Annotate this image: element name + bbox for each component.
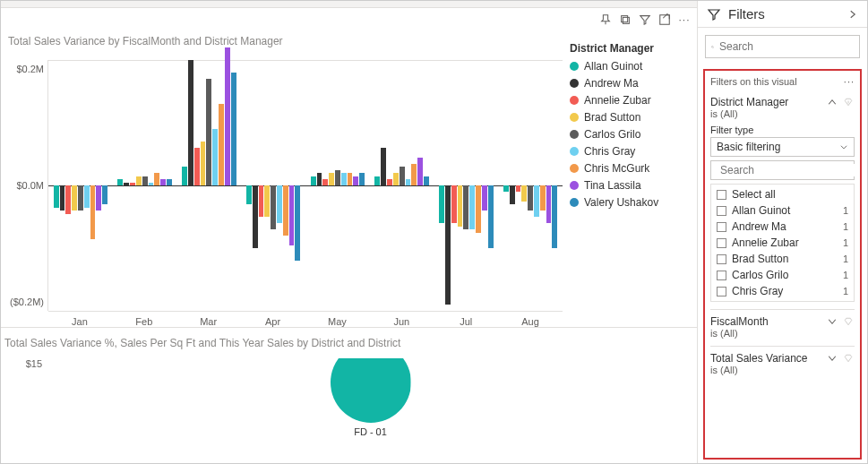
more-options-icon[interactable]: ··· — [677, 13, 692, 27]
legend-item[interactable]: Annelie Zubar — [570, 94, 684, 107]
bar[interactable] — [439, 60, 444, 311]
bar[interactable] — [534, 60, 539, 311]
bar[interactable] — [90, 60, 96, 311]
bar[interactable] — [458, 60, 463, 311]
bar[interactable] — [194, 60, 200, 311]
bar[interactable] — [231, 60, 236, 311]
bar[interactable] — [212, 60, 218, 311]
bar[interactable] — [124, 60, 129, 311]
filter-option[interactable]: Chris Gray1 — [711, 283, 854, 299]
bar[interactable] — [54, 60, 59, 311]
bar[interactable] — [552, 60, 557, 311]
bar[interactable] — [329, 60, 334, 311]
bar[interactable] — [521, 60, 527, 311]
bar[interactable] — [451, 60, 457, 311]
bar[interactable] — [463, 60, 468, 311]
bar[interactable] — [400, 60, 405, 311]
bar[interactable] — [546, 60, 552, 311]
section-more-icon[interactable]: ··· — [844, 76, 855, 87]
bar[interactable] — [188, 60, 193, 311]
legend-item[interactable]: Valery Ushakov — [570, 196, 684, 209]
bar[interactable] — [540, 60, 546, 311]
filters-search-box[interactable] — [705, 35, 860, 58]
bar[interactable] — [60, 60, 65, 311]
filter-type-dropdown[interactable]: Basic filtering — [710, 137, 855, 157]
bar[interactable] — [246, 60, 252, 311]
legend-item[interactable]: Brad Sutton — [570, 111, 684, 124]
focus-mode-icon[interactable] — [657, 13, 672, 27]
filter-options-list[interactable]: Select allAllan Guinot1Andrew Ma1Annelie… — [710, 184, 855, 302]
bar[interactable] — [264, 60, 270, 311]
bar[interactable] — [72, 60, 77, 311]
bar[interactable] — [516, 60, 521, 311]
legend-item[interactable]: Carlos Grilo — [570, 128, 684, 141]
bar[interactable] — [341, 60, 347, 311]
copy-icon[interactable] — [618, 13, 632, 27]
bar[interactable] — [406, 60, 411, 311]
collapse-pane-icon[interactable] — [847, 9, 858, 20]
bar[interactable] — [136, 60, 142, 311]
bar[interactable] — [424, 60, 429, 311]
bar[interactable] — [167, 60, 172, 311]
bar[interactable] — [353, 60, 358, 311]
clear-filter-icon[interactable] — [842, 96, 855, 108]
bar[interactable] — [289, 60, 295, 311]
checkbox[interactable] — [717, 271, 726, 280]
bar[interactable] — [469, 60, 475, 311]
checkbox[interactable] — [717, 238, 726, 248]
bar[interactable] — [149, 60, 154, 311]
bar[interactable] — [411, 60, 417, 311]
bar[interactable] — [259, 60, 264, 311]
bar[interactable] — [393, 60, 399, 311]
bar[interactable] — [348, 60, 353, 311]
filter-option[interactable]: Allan Guinot1 — [711, 202, 854, 219]
filter-option[interactable]: Select all — [711, 186, 854, 202]
pin-icon[interactable] — [598, 13, 613, 27]
bar[interactable] — [488, 60, 494, 311]
bar[interactable] — [160, 60, 166, 311]
bar[interactable] — [65, 60, 71, 311]
checkbox[interactable] — [717, 206, 726, 216]
filter-values-search-box[interactable] — [710, 160, 855, 180]
bar[interactable] — [476, 60, 481, 311]
bar[interactable] — [225, 60, 230, 311]
legend-item[interactable]: Andrew Ma — [570, 77, 684, 90]
bar[interactable] — [102, 60, 107, 311]
bar[interactable] — [295, 60, 300, 311]
second-visual[interactable]: Total Sales Variance %, Sales Per Sq Ft … — [1, 327, 697, 463]
bar[interactable] — [201, 60, 206, 311]
bar[interactable] — [311, 60, 316, 311]
checkbox[interactable] — [717, 287, 726, 296]
clear-filter-icon[interactable] — [842, 352, 855, 365]
filter-option[interactable]: Brad Sutton1 — [711, 251, 854, 267]
legend-item[interactable]: Chris Gray — [570, 145, 684, 158]
filter-option[interactable]: Andrew Ma1 — [711, 219, 854, 235]
bar[interactable] — [387, 60, 392, 311]
filter-icon[interactable] — [638, 13, 652, 27]
legend-item[interactable]: Chris McGurk — [570, 162, 684, 175]
checkbox[interactable] — [717, 222, 726, 232]
filter-values-search-input[interactable] — [720, 164, 855, 176]
filter-option[interactable]: Carlos Grilo1 — [711, 267, 854, 283]
bar[interactable] — [374, 60, 380, 311]
bar[interactable] — [154, 60, 159, 311]
filters-search-input[interactable] — [719, 40, 854, 53]
bar[interactable] — [78, 60, 83, 311]
bar[interactable] — [253, 60, 258, 311]
clear-filter-icon[interactable] — [842, 315, 855, 328]
bar[interactable] — [271, 60, 276, 311]
collapse-filter-icon[interactable] — [826, 96, 838, 108]
bar[interactable] — [482, 60, 487, 311]
bar[interactable] — [84, 60, 90, 311]
bar[interactable] — [445, 60, 451, 311]
bar[interactable] — [130, 60, 135, 311]
bar[interactable] — [417, 60, 423, 311]
checkbox[interactable] — [717, 190, 726, 200]
bar[interactable] — [359, 60, 365, 311]
bar[interactable] — [317, 60, 322, 311]
expand-filter-icon[interactable] — [826, 315, 838, 328]
bar[interactable] — [182, 60, 187, 311]
bar[interactable] — [503, 60, 509, 311]
bar[interactable] — [322, 60, 328, 311]
bar[interactable] — [117, 60, 123, 311]
